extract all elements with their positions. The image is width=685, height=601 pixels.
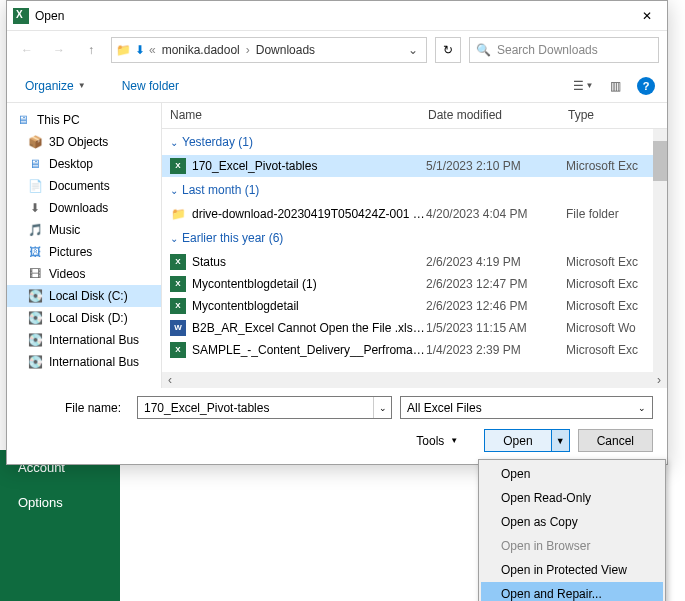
tree-item-international-bus[interactable]: 💽International Bus bbox=[7, 329, 161, 351]
breadcrumb-downloads[interactable]: Downloads bbox=[254, 43, 317, 57]
3d-icon: 📦 bbox=[27, 134, 43, 150]
tree-item-videos[interactable]: 🎞Videos bbox=[7, 263, 161, 285]
cancel-button[interactable]: Cancel bbox=[578, 429, 653, 452]
tree-item-desktop[interactable]: 🖥Desktop bbox=[7, 153, 161, 175]
dropdown-item-open-as-copy[interactable]: Open as Copy bbox=[481, 510, 663, 534]
folder-tree[interactable]: 🖥This PC📦3D Objects🖥Desktop📄Documents⬇Do… bbox=[7, 103, 162, 388]
help-button[interactable]: ? bbox=[637, 77, 655, 95]
file-type: Microsoft Exc bbox=[566, 255, 667, 269]
dialog-footer: File name: ⌄ All Excel Files ⌄ Tools ▼ O… bbox=[7, 388, 667, 464]
filename-input[interactable] bbox=[138, 397, 373, 418]
file-date: 2/6/2023 4:19 PM bbox=[426, 255, 566, 269]
address-bar[interactable]: 📁 ⬇ « monika.dadool › Downloads ⌄ bbox=[111, 37, 427, 63]
group-header[interactable]: ⌄Last month (1) bbox=[162, 177, 667, 203]
disk-icon: 💽 bbox=[27, 288, 43, 304]
chevron-down-icon: ▼ bbox=[450, 436, 458, 445]
refresh-button[interactable]: ↻ bbox=[435, 37, 461, 63]
dropdown-item-open-read-only[interactable]: Open Read-Only bbox=[481, 486, 663, 510]
tree-item-label: Videos bbox=[49, 267, 85, 281]
back-button[interactable]: ← bbox=[15, 38, 39, 62]
search-input[interactable] bbox=[497, 43, 652, 57]
file-type: Microsoft Exc bbox=[566, 277, 667, 291]
tree-item-this-pc[interactable]: 🖥This PC bbox=[7, 109, 161, 131]
xlsx-icon: X bbox=[170, 254, 186, 270]
open-button[interactable]: Open bbox=[484, 429, 551, 452]
dialog-body: 🖥This PC📦3D Objects🖥Desktop📄Documents⬇Do… bbox=[7, 103, 667, 388]
file-row[interactable]: XStatus2/6/2023 4:19 PMMicrosoft Exc bbox=[162, 251, 667, 273]
file-date: 5/1/2023 2:10 PM bbox=[426, 159, 566, 173]
group-header[interactable]: ⌄Earlier this year (6) bbox=[162, 225, 667, 251]
open-dropdown-button[interactable]: ▼ bbox=[552, 429, 570, 452]
filename-dropdown[interactable]: ⌄ bbox=[373, 397, 391, 418]
file-list[interactable]: ⌄Yesterday (1)X170_Excel_Pivot-tables5/1… bbox=[162, 129, 667, 372]
column-date[interactable]: Date modified bbox=[420, 103, 560, 128]
file-row[interactable]: XSAMPLE_-_Content_Delivery__Perfroman...… bbox=[162, 339, 667, 361]
column-type[interactable]: Type bbox=[560, 103, 667, 128]
address-dropdown[interactable]: ⌄ bbox=[404, 43, 422, 57]
chevron-down-icon: ⌄ bbox=[170, 185, 178, 196]
file-name: Status bbox=[192, 255, 426, 269]
scroll-right-icon[interactable]: › bbox=[651, 372, 667, 388]
file-type: Microsoft Exc bbox=[566, 343, 667, 357]
chevron-down-icon: ▼ bbox=[586, 81, 594, 90]
folder-icon: 📁 bbox=[170, 206, 186, 222]
organize-menu[interactable]: Organize ▼ bbox=[19, 75, 92, 97]
horizontal-scrollbar[interactable]: ‹ › bbox=[162, 372, 667, 388]
forward-button[interactable]: → bbox=[47, 38, 71, 62]
file-row[interactable]: X170_Excel_Pivot-tables5/1/2023 2:10 PMM… bbox=[162, 155, 667, 177]
vertical-scrollbar[interactable] bbox=[653, 129, 667, 372]
tools-menu[interactable]: Tools ▼ bbox=[410, 432, 464, 450]
close-button[interactable]: ✕ bbox=[627, 1, 667, 31]
breadcrumb-sep: › bbox=[246, 43, 250, 57]
tree-item-label: This PC bbox=[37, 113, 80, 127]
dialog-titlebar: Open ✕ bbox=[7, 1, 667, 31]
dropdown-item-open-and-repair-[interactable]: Open and Repair... bbox=[481, 582, 663, 601]
search-icon: 🔍 bbox=[476, 43, 491, 57]
group-header[interactable]: ⌄Yesterday (1) bbox=[162, 129, 667, 155]
scrollbar-thumb[interactable] bbox=[653, 141, 667, 181]
file-row[interactable]: XMycontentblogdetail2/6/2023 12:46 PMMic… bbox=[162, 295, 667, 317]
open-mode-dropdown: OpenOpen Read-OnlyOpen as CopyOpen in Br… bbox=[478, 459, 666, 601]
dialog-toolbar: Organize ▼ New folder ☰ ▼ ▥ ? bbox=[7, 69, 667, 103]
xlsx-icon: X bbox=[170, 276, 186, 292]
docs-icon: 📄 bbox=[27, 178, 43, 194]
tree-item-3d-objects[interactable]: 📦3D Objects bbox=[7, 131, 161, 153]
scroll-left-icon[interactable]: ‹ bbox=[162, 372, 178, 388]
tree-item-downloads[interactable]: ⬇Downloads bbox=[7, 197, 161, 219]
filename-combobox[interactable]: ⌄ bbox=[137, 396, 392, 419]
tree-item-local-disk-c-[interactable]: 💽Local Disk (C:) bbox=[7, 285, 161, 307]
tree-item-pictures[interactable]: 🖼Pictures bbox=[7, 241, 161, 263]
file-row[interactable]: WB2B_AR_Excel Cannot Open the File .xlsx… bbox=[162, 317, 667, 339]
view-menu[interactable]: ☰ ▼ bbox=[569, 74, 597, 98]
breadcrumb-prefix: « bbox=[149, 43, 156, 57]
tree-item-local-disk-d-[interactable]: 💽Local Disk (D:) bbox=[7, 307, 161, 329]
breadcrumb-user[interactable]: monika.dadool bbox=[160, 43, 242, 57]
tree-item-international-bus[interactable]: 💽International Bus bbox=[7, 351, 161, 373]
downloads-icon: ⬇ bbox=[27, 200, 43, 216]
file-pane: Name Date modified Type ⌄Yesterday (1)X1… bbox=[162, 103, 667, 388]
xlsx-icon: X bbox=[170, 158, 186, 174]
download-arrow-icon: ⬇ bbox=[135, 43, 145, 57]
up-button[interactable]: ↑ bbox=[79, 38, 103, 62]
column-name[interactable]: Name bbox=[162, 103, 420, 128]
preview-pane-button[interactable]: ▥ bbox=[601, 74, 629, 98]
tree-item-documents[interactable]: 📄Documents bbox=[7, 175, 161, 197]
file-name: Mycontentblogdetail (1) bbox=[192, 277, 426, 291]
tree-item-music[interactable]: 🎵Music bbox=[7, 219, 161, 241]
file-date: 4/20/2023 4:04 PM bbox=[426, 207, 566, 221]
organize-label: Organize bbox=[25, 79, 74, 93]
dropdown-item-open-in-protected-view[interactable]: Open in Protected View bbox=[481, 558, 663, 582]
open-split-button[interactable]: Open ▼ bbox=[484, 429, 569, 452]
sidebar-options[interactable]: Options bbox=[0, 485, 120, 520]
chevron-down-icon: ▼ bbox=[78, 81, 86, 90]
file-type-filter[interactable]: All Excel Files ⌄ bbox=[400, 396, 653, 419]
preview-icon: ▥ bbox=[610, 79, 621, 93]
group-label: Last month (1) bbox=[182, 183, 259, 197]
view-icon: ☰ bbox=[573, 79, 584, 93]
music-icon: 🎵 bbox=[27, 222, 43, 238]
dropdown-item-open[interactable]: Open bbox=[481, 462, 663, 486]
file-row[interactable]: 📁drive-download-20230419T050424Z-001 (2)… bbox=[162, 203, 667, 225]
file-row[interactable]: XMycontentblogdetail (1)2/6/2023 12:47 P… bbox=[162, 273, 667, 295]
search-box[interactable]: 🔍 bbox=[469, 37, 659, 63]
new-folder-button[interactable]: New folder bbox=[116, 75, 185, 97]
